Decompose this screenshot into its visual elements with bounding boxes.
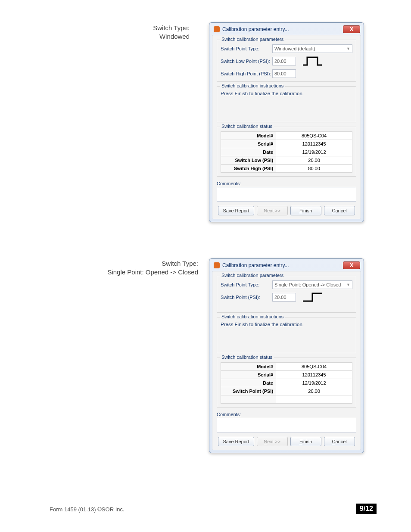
footer-rule	[50, 502, 377, 502]
table-row: Date12/19/2012	[221, 379, 352, 387]
cancel-button[interactable]: Cancel	[324, 206, 355, 215]
status-key: Serial#	[221, 140, 276, 148]
page-number-badge: 9/12	[356, 504, 377, 514]
title-bar: Calibration parameter entry... X	[212, 261, 361, 271]
status-key: Serial#	[221, 371, 276, 379]
status-value: 805QS-C04	[276, 132, 352, 140]
status-key: Date	[221, 379, 276, 387]
save-report-button[interactable]: Save Report	[218, 206, 254, 215]
label-high-point: Switch High Point (PSI):	[221, 71, 272, 76]
comments-input[interactable]	[217, 187, 356, 202]
title-bar: Calibration parameter entry... X	[212, 25, 361, 35]
status-value: 12/19/2012	[276, 148, 352, 156]
caption-1-line-2: Windowed	[129, 32, 190, 41]
comments-label: Comments:	[217, 412, 356, 417]
chevron-down-icon: ▼	[346, 47, 350, 51]
table-row: Model#805QS-C04	[221, 132, 352, 140]
comments-label: Comments:	[217, 181, 356, 186]
status-value	[276, 395, 352, 404]
step-up-glyph-icon	[302, 292, 323, 303]
input-high-point[interactable]	[272, 69, 296, 78]
status-value: 120112345	[276, 140, 352, 148]
select-switch-point-type[interactable]: Single Point: Opened -> Closed ▼	[272, 280, 352, 289]
group-status-legend: Switch calibration status	[220, 355, 274, 360]
status-key: Switch High (PSI)	[221, 165, 276, 173]
window-title: Calibration parameter entry...	[222, 26, 343, 32]
label-switch-point-type: Switch Point Type:	[221, 46, 272, 51]
input-switch-point[interactable]	[272, 293, 296, 302]
caption-2-line-1: Switch Type:	[86, 259, 198, 268]
group-status: Switch calibration status Model#805QS-C0…	[217, 127, 356, 177]
table-row: Serial#120112345	[221, 371, 352, 379]
caption-1-line-1: Switch Type:	[129, 24, 190, 32]
status-value: 12/19/2012	[276, 379, 352, 387]
status-value: 20.00	[276, 387, 352, 395]
cancel-button[interactable]: Cancel	[324, 437, 355, 446]
status-value: 20.00	[276, 156, 352, 165]
group-parameters: Switch calibration parameters Switch Poi…	[217, 40, 356, 82]
chevron-down-icon: ▼	[346, 283, 350, 287]
label-switch-point: Switch Point (PSI):	[221, 295, 272, 300]
group-status: Switch calibration status Model#805QS-C0…	[217, 358, 356, 408]
status-table: Model#805QS-C04 Serial#120112345 Date12/…	[221, 131, 352, 173]
status-table: Model#805QS-C04 Serial#120112345 Date12/…	[221, 362, 352, 404]
table-row: Switch Low (PSI)20.00	[221, 156, 352, 165]
save-report-button[interactable]: Save Report	[218, 437, 254, 446]
close-icon[interactable]: X	[343, 261, 360, 269]
footer-left-text: Form 1459 (01.13) ©SOR Inc.	[50, 506, 125, 513]
group-instructions-legend: Switch calibration instructions	[220, 83, 285, 88]
select-switch-point-type[interactable]: Windowed (default) ▼	[272, 44, 352, 53]
windowed-glyph-icon	[302, 56, 323, 67]
group-instructions: Switch calibration instructions Press Fi…	[217, 317, 356, 353]
table-row	[221, 395, 352, 404]
label-low-point: Switch Low Point (PSI):	[221, 59, 272, 64]
group-status-legend: Switch calibration status	[220, 124, 274, 129]
table-row: Date12/19/2012	[221, 148, 352, 156]
dialog-single-point: Calibration parameter entry... X Switch …	[209, 258, 364, 453]
label-switch-point-type: Switch Point Type:	[221, 282, 272, 287]
app-icon	[214, 262, 220, 268]
status-key: Date	[221, 148, 276, 156]
status-key: Switch Point (PSI)	[221, 387, 276, 395]
group-parameters-legend: Switch calibration parameters	[220, 37, 285, 42]
status-key: Model#	[221, 132, 276, 140]
status-value: 80.00	[276, 165, 352, 173]
group-parameters-legend: Switch calibration parameters	[220, 273, 285, 278]
window-title: Calibration parameter entry...	[222, 262, 343, 268]
group-instructions: Switch calibration instructions Press Fi…	[217, 86, 356, 122]
instructions-text: Press Finish to finalize the calibration…	[221, 322, 352, 349]
select-value: Windowed (default)	[274, 46, 315, 51]
dialog-windowed: Calibration parameter entry... X Switch …	[209, 22, 364, 222]
status-value: 805QS-C04	[276, 363, 352, 371]
input-low-point[interactable]	[272, 57, 296, 65]
select-value: Single Point: Opened -> Closed	[274, 282, 341, 287]
caption-2-line-2: Single Point: Opened -> Closed	[86, 268, 198, 277]
table-row: Switch High (PSI)80.00	[221, 165, 352, 173]
next-button: Next >>	[257, 206, 288, 215]
comments-input[interactable]	[217, 418, 356, 432]
app-icon	[214, 26, 220, 32]
group-parameters: Switch calibration parameters Switch Poi…	[217, 276, 356, 313]
close-icon[interactable]: X	[343, 25, 360, 33]
status-key: Model#	[221, 363, 276, 371]
table-row: Model#805QS-C04	[221, 363, 352, 371]
finish-button[interactable]: Finish	[290, 437, 321, 446]
table-row: Serial#120112345	[221, 140, 352, 148]
group-instructions-legend: Switch calibration instructions	[220, 314, 285, 319]
status-key: Switch Low (PSI)	[221, 156, 276, 165]
status-value: 120112345	[276, 371, 352, 379]
instructions-text: Press Finish to finalize the calibration…	[221, 91, 352, 118]
finish-button[interactable]: Finish	[290, 206, 321, 215]
table-row: Switch Point (PSI)20.00	[221, 387, 352, 395]
status-key	[221, 395, 276, 404]
next-button: Next >>	[257, 437, 288, 446]
